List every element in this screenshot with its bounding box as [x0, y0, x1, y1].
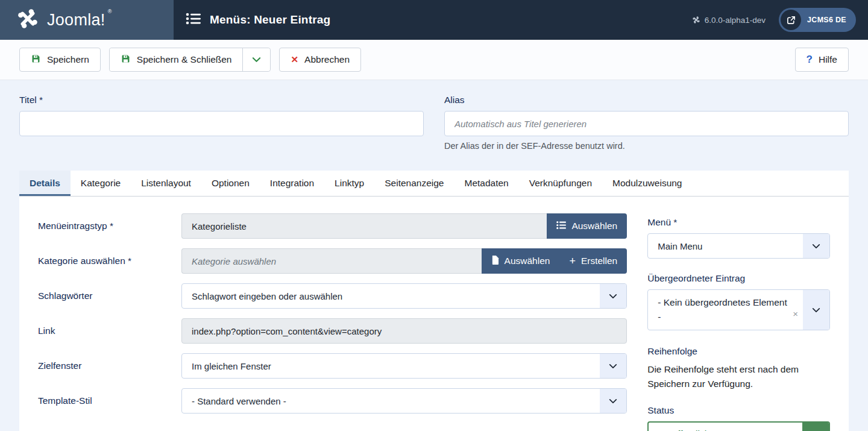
joomla-brand[interactable]: Joomla! ® — [0, 0, 174, 40]
status-select[interactable]: Veröffentlicht — [647, 421, 830, 431]
cancel-button[interactable]: ✕ Abbrechen — [279, 48, 361, 72]
title-input[interactable] — [19, 111, 424, 136]
joomla-mini-icon — [692, 16, 700, 24]
help-button-label: Hilfe — [819, 54, 837, 65]
brand-text: Joomla! — [47, 11, 105, 30]
link-row: Link index.php?option=com_content&view=c… — [38, 318, 627, 344]
parent-item-combobox[interactable]: - Kein übergeordnetes Element - × — [647, 289, 830, 330]
category-select-button[interactable]: Auswählen — [482, 248, 560, 274]
target-window-label: Zielfenster — [38, 360, 181, 371]
save-floppy-icon — [121, 54, 131, 66]
link-value: index.php?option=com_content&view=catego… — [181, 318, 627, 344]
tab-kategorie[interactable]: Kategorie — [71, 171, 131, 196]
alias-input[interactable] — [444, 111, 849, 136]
alias-field-group: Alias Der Alias der in der SEF-Adresse b… — [444, 95, 849, 151]
list-icon — [556, 221, 566, 232]
question-mark-icon: ? — [807, 54, 813, 66]
tags-value: Schlagwort eingeben oder auswählen — [182, 284, 600, 308]
menu-value: Main Menu — [648, 234, 803, 258]
tab-details[interactable]: Details — [19, 171, 71, 196]
site-preview-button[interactable]: JCMS6 DE — [779, 8, 856, 32]
tab-seitenanzeige[interactable]: Seitenanzeige — [374, 171, 454, 196]
plus-icon: + — [569, 256, 576, 266]
parent-item-label: Übergeordneter Eintrag — [647, 273, 830, 284]
chevron-down-icon — [802, 423, 829, 431]
tags-combobox[interactable]: Schlagwort eingeben oder auswählen — [181, 283, 627, 309]
ordering-help-text: Die Reihenfolge steht erst nach dem Spei… — [647, 362, 830, 391]
version-label: 6.0.0-alpha1-dev — [705, 16, 766, 25]
menu-select[interactable]: Main Menu — [647, 233, 830, 259]
clear-selection-icon[interactable]: × — [793, 309, 798, 318]
tab-optionen[interactable]: Optionen — [201, 171, 260, 196]
registered-mark: ® — [108, 8, 112, 14]
cancel-button-label: Abbrechen — [304, 54, 350, 65]
title-field-group: Titel * — [19, 95, 424, 151]
joomla-logo-icon — [16, 7, 40, 33]
chevron-down-icon — [600, 354, 626, 378]
save-close-button-label: Speichern & Schließen — [137, 54, 232, 65]
template-style-row: Template-Stil - Standard verwenden - — [38, 388, 627, 414]
target-window-row: Zielfenster Im gleichen Fenster — [38, 353, 627, 379]
tags-row: Schlagwörter Schlagwort eingeben oder au… — [38, 283, 627, 309]
save-button-label: Speichern — [47, 54, 89, 65]
save-close-button[interactable]: Speichern & Schließen — [110, 48, 243, 71]
menu-item-type-label: Menüeintragstyp * — [38, 221, 181, 231]
alias-label: Alias — [444, 95, 849, 105]
category-create-label: Erstellen — [581, 256, 617, 266]
version-info: 6.0.0-alpha1-dev — [692, 16, 766, 25]
status-value: Veröffentlicht — [649, 423, 802, 431]
site-pill-label: JCMS6 DE — [807, 16, 846, 24]
header-main: Menüs: Neuer Eintrag 6.0.0-alpha1-dev — [174, 0, 868, 40]
tab-integration[interactable]: Integration — [260, 171, 324, 196]
template-style-label: Template-Stil — [38, 395, 181, 406]
tab-bar: Details Kategorie Listenlayout Optionen … — [19, 171, 849, 197]
tab-metadaten[interactable]: Metadaten — [454, 171, 518, 196]
category-select-label: Auswählen — [505, 256, 550, 266]
tags-label: Schlagwörter — [38, 291, 181, 301]
category-input[interactable] — [181, 248, 482, 274]
chevron-down-icon — [803, 234, 829, 258]
template-style-select[interactable]: - Standard verwenden - — [181, 388, 627, 414]
link-label: Link — [38, 326, 181, 336]
category-label: Kategorie auswählen * — [38, 256, 181, 266]
menu-label: Menü * — [647, 217, 830, 228]
tab-verknuepfungen[interactable]: Verknüpfungen — [519, 171, 602, 196]
category-create-button[interactable]: + Erstellen — [559, 248, 627, 274]
external-link-icon — [781, 10, 801, 30]
chevron-down-icon — [803, 290, 829, 330]
menu-item-type-value: Kategorieliste — [181, 213, 547, 239]
title-alias-row: Titel * Alias Der Alias der in der SEF-A… — [0, 80, 868, 151]
alias-help-text: Der Alias der in der SEF-Adresse benutzt… — [444, 141, 849, 151]
template-style-value: - Standard verwenden - — [182, 389, 600, 413]
menu-item-type-select-label: Auswählen — [571, 221, 617, 231]
cancel-x-icon: ✕ — [291, 54, 298, 65]
save-floppy-icon — [31, 54, 41, 66]
title-label: Titel * — [19, 95, 424, 105]
app-header: Joomla! ® Menüs: Neuer Eintrag — [0, 0, 868, 40]
page-title: Menüs: Neuer Eintrag — [210, 13, 330, 27]
save-button[interactable]: Speichern — [19, 48, 101, 72]
tab-modulzuweisung[interactable]: Modulzuweisung — [602, 171, 692, 196]
tab-listenlayout[interactable]: Listenlayout — [131, 171, 201, 196]
parent-item-value: - Kein übergeordnetes Element - — [648, 290, 803, 330]
chevron-down-icon — [600, 284, 626, 308]
form-panel: Details Kategorie Listenlayout Optionen … — [19, 171, 849, 431]
target-window-value: Im gleichen Fenster — [182, 354, 600, 378]
status-label: Status — [647, 405, 830, 416]
save-close-button-group: Speichern & Schließen — [109, 48, 271, 72]
ordering-label: Reihenfolge — [647, 346, 830, 357]
details-tab-content: Menüeintragstyp * Kategorieliste — [19, 197, 849, 431]
menu-list-icon — [186, 12, 201, 28]
chevron-down-icon — [252, 54, 261, 65]
menu-item-type-row: Menüeintragstyp * Kategorieliste — [38, 213, 627, 239]
file-icon — [491, 255, 499, 268]
help-button[interactable]: ? Hilfe — [795, 48, 849, 72]
item-settings-sidebar: Menü * Main Menu Übergeordneter Eintrag … — [647, 213, 830, 431]
menu-item-type-select-button[interactable]: Auswählen — [547, 213, 627, 239]
save-options-toggle[interactable] — [242, 48, 270, 71]
tab-linktyp[interactable]: Linktyp — [324, 171, 374, 196]
chevron-down-icon — [600, 389, 626, 413]
toolbar: Speichern Speichern & Schließen ✕ Abbrec… — [0, 40, 868, 80]
category-row: Kategorie auswählen * Auswählen — [38, 248, 627, 274]
target-window-select[interactable]: Im gleichen Fenster — [181, 353, 627, 379]
